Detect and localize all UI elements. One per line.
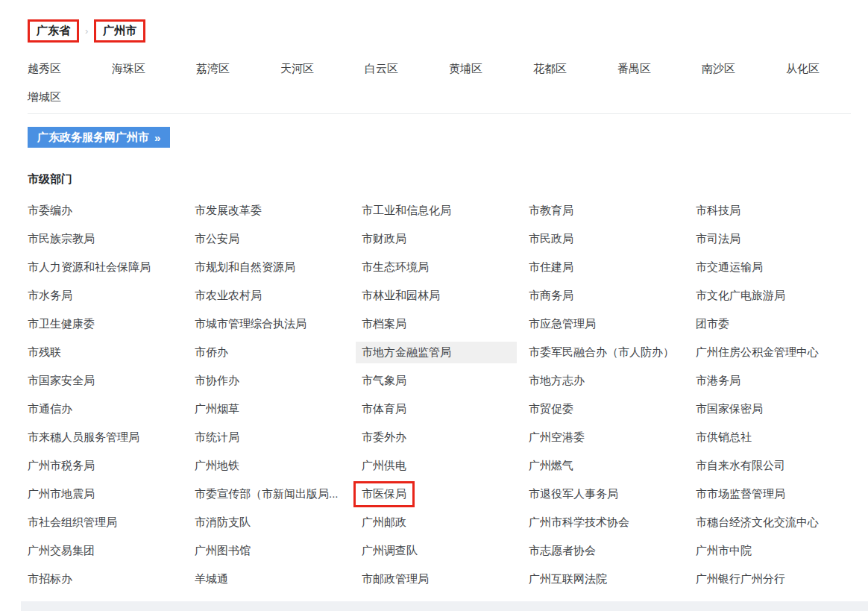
department-link[interactable]: 市协作办 (189, 370, 245, 392)
department-link[interactable]: 广州住房公积金管理中心 (690, 342, 825, 363)
department-link[interactable]: 市委军民融合办（市人防办） (523, 342, 680, 363)
department-cell: 市委编办 (28, 196, 195, 225)
department-link[interactable]: 广州邮政 (356, 512, 412, 533)
department-link[interactable]: 市委宣传部（市新闻出版局... (189, 483, 345, 505)
department-cell: 市商务局 (529, 281, 696, 310)
department-link[interactable]: 市通信办 (22, 398, 78, 420)
department-link[interactable]: 市邮政管理局 (356, 568, 435, 590)
department-link[interactable]: 市地方志办 (523, 370, 591, 392)
district-link[interactable]: 天河区 (280, 54, 365, 83)
department-link[interactable]: 广州市科学技术协会 (523, 512, 635, 533)
department-cell: 市生态环境局 (362, 253, 529, 281)
district-link[interactable]: 越秀区 (28, 54, 112, 83)
department-cell: 市委宣传部（市新闻出版局... (195, 480, 362, 508)
district-link[interactable]: 花都区 (533, 54, 617, 83)
department-cell: 市贸促委 (529, 395, 696, 423)
department-link[interactable]: 市公安局 (189, 228, 245, 250)
district-link[interactable]: 南沙区 (702, 54, 786, 83)
department-link[interactable]: 市科技局 (690, 200, 746, 222)
department-link[interactable]: 市委编办 (22, 200, 78, 222)
department-link[interactable]: 市气象局 (356, 370, 412, 392)
department-cell: 广州地铁 (195, 451, 362, 480)
breadcrumb-city-link[interactable]: 广州市 (94, 19, 145, 43)
department-link[interactable]: 市国家保密局 (690, 398, 769, 420)
department-link[interactable]: 团市委 (690, 313, 735, 335)
department-link[interactable]: 市商务局 (523, 285, 579, 307)
department-link[interactable]: 市城市管理综合执法局 (189, 313, 312, 335)
breadcrumb-province-link[interactable]: 广东省 (28, 19, 79, 43)
department-link[interactable]: 广州燃气 (523, 455, 579, 477)
department-cell: 市发展改革委 (195, 196, 362, 225)
district-link[interactable]: 番禺区 (617, 54, 702, 83)
department-link[interactable]: 市林业和园林局 (356, 285, 446, 307)
department-link[interactable]: 市招标办 (22, 568, 78, 590)
department-cell: 市邮政管理局 (362, 565, 529, 593)
department-link[interactable]: 市统计局 (189, 427, 245, 448)
department-link[interactable]: 市国家安全局 (22, 370, 101, 392)
department-link[interactable]: 市残联 (22, 342, 67, 363)
district-link[interactable]: 海珠区 (112, 54, 196, 83)
department-link[interactable]: 市交通运输局 (690, 257, 769, 278)
department-link[interactable]: 广州烟草 (189, 398, 245, 420)
department-link[interactable]: 市教育局 (523, 200, 579, 222)
department-link[interactable]: 市文化广电旅游局 (690, 285, 791, 307)
department-link[interactable]: 市应急管理局 (523, 313, 602, 335)
district-link[interactable]: 黄埔区 (449, 54, 533, 83)
department-cell: 市卫生健康委 (28, 310, 195, 338)
district-link[interactable]: 荔湾区 (196, 54, 280, 83)
portal-button[interactable]: 广东政务服务网广州市 » (28, 127, 170, 148)
department-link[interactable]: 广州银行广州分行 (690, 568, 791, 590)
department-link[interactable]: 市消防支队 (189, 512, 257, 533)
department-link[interactable]: 市来穗人员服务管理局 (22, 427, 145, 448)
department-link[interactable]: 羊城通 (189, 568, 234, 590)
department-link[interactable]: 市侨办 (189, 342, 234, 363)
department-link[interactable]: 市工业和信息化局 (356, 200, 457, 222)
department-link[interactable]: 市港务局 (690, 370, 746, 392)
department-link[interactable]: 市规划和自然资源局 (189, 257, 301, 278)
department-link[interactable]: 市水务局 (22, 285, 78, 307)
department-link[interactable]: 市生态环境局 (356, 257, 435, 278)
department-link[interactable]: 广州空港委 (523, 427, 591, 448)
department-link[interactable]: 市民政局 (523, 228, 579, 250)
department-cell: 市消防支队 (195, 508, 362, 536)
department-link[interactable]: 市卫生健康委 (22, 313, 101, 335)
department-link[interactable]: 广州市地震局 (22, 483, 101, 505)
department-cell: 市招标办 (28, 565, 195, 593)
department-link[interactable]: 市委外办 (356, 427, 412, 448)
district-link[interactable]: 增城区 (28, 83, 112, 111)
department-link[interactable]: 市农业农村局 (189, 285, 268, 307)
department-link[interactable]: 广州图书馆 (189, 540, 257, 562)
department-link[interactable]: 市贸促委 (523, 398, 579, 420)
department-link[interactable]: 广州供电 (356, 455, 412, 477)
department-link[interactable]: 市地方金融监管局 (356, 342, 517, 363)
department-link[interactable]: 市档案局 (356, 313, 412, 335)
department-link[interactable]: 市市场监督管理局 (690, 483, 791, 505)
department-link[interactable]: 市供销总社 (690, 427, 758, 448)
department-link[interactable]: 广州交易集团 (22, 540, 101, 562)
department-link[interactable]: 广州地铁 (189, 455, 245, 477)
department-link[interactable]: 广州市税务局 (22, 455, 101, 477)
department-cell: 市港务局 (696, 366, 851, 395)
department-cell: 广州市科学技术协会 (529, 508, 696, 536)
department-link[interactable]: 市社会组织管理局 (22, 512, 123, 533)
district-link[interactable]: 从化区 (786, 54, 868, 83)
department-link[interactable]: 市退役军人事务局 (523, 483, 624, 505)
department-link[interactable]: 市发展改革委 (189, 200, 268, 222)
department-link[interactable]: 广州调查队 (356, 540, 424, 562)
department-link[interactable]: 市司法局 (690, 228, 746, 250)
district-link[interactable]: 白云区 (365, 54, 449, 83)
department-link[interactable]: 广州市中院 (690, 540, 758, 562)
department-cell: 市住建局 (529, 253, 696, 281)
department-link[interactable]: 市民族宗教局 (22, 228, 101, 250)
department-cell: 市国家安全局 (28, 366, 195, 395)
department-link[interactable]: 市财政局 (356, 228, 412, 250)
department-link[interactable]: 市住建局 (523, 257, 579, 278)
department-link[interactable]: 广州互联网法院 (523, 568, 613, 590)
department-link[interactable]: 市体育局 (356, 398, 412, 420)
department-link[interactable]: 市自来水有限公司 (690, 455, 791, 477)
department-link[interactable]: 市志愿者协会 (523, 540, 602, 562)
department-cell: 市人力资源和社会保障局 (28, 253, 195, 281)
department-link[interactable]: 市穗台经济文化交流中心 (690, 512, 825, 533)
department-link[interactable]: 市人力资源和社会保障局 (22, 257, 157, 278)
department-link[interactable]: 市医保局 (356, 483, 412, 505)
